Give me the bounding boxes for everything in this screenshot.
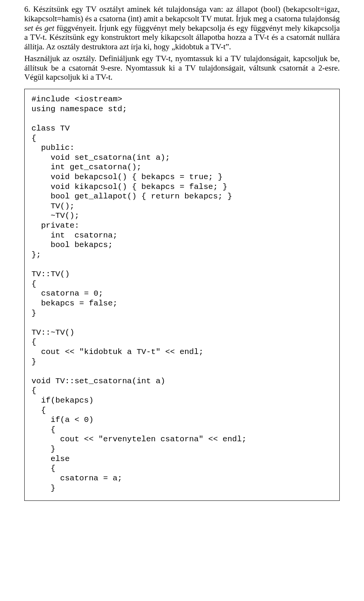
page: 6. Készítsünk egy TV osztályt aminek két… (0, 0, 364, 516)
text: és (33, 24, 44, 33)
paragraph-2: Használjuk az osztály. Definiáljunk egy … (24, 54, 340, 82)
text: 6. Készítsünk egy TV osztályt aminek két… (24, 5, 340, 23)
code-listing: #include <iostream> using namespace std;… (24, 89, 340, 501)
text: függvényeit. Írjunk egy függvényt mely b… (24, 24, 340, 52)
keyword-get: get (44, 24, 54, 33)
problem-statement: 6. Készítsünk egy TV osztályt aminek két… (24, 5, 340, 82)
paragraph-1: 6. Készítsünk egy TV osztályt aminek két… (24, 5, 340, 52)
keyword-set: set (24, 24, 33, 33)
